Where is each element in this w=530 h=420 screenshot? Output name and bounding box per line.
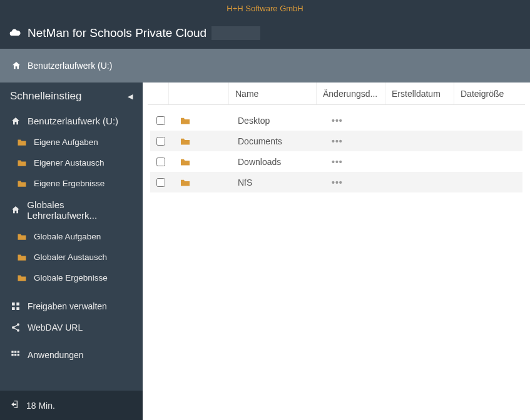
shares-icon xyxy=(10,301,21,311)
row-actions-button[interactable]: ••• xyxy=(332,136,357,146)
company-label: H+H Software GmbH xyxy=(227,4,303,13)
row-name: Documents xyxy=(232,136,332,146)
app-header: NetMan for Schools Private Cloud xyxy=(0,18,530,49)
sidebar-item-label: Freigaben verwalten xyxy=(28,301,107,311)
folder-icon xyxy=(16,274,28,282)
row-checkbox-cell xyxy=(150,116,171,125)
table-body: Desktop•••Documents•••Downloads•••NfS••• xyxy=(148,105,525,198)
svg-rect-2 xyxy=(12,307,15,310)
chevron-left-icon: ◀ xyxy=(128,92,133,101)
folder-icon xyxy=(16,232,28,241)
home-icon xyxy=(10,205,21,215)
row-actions-button[interactable]: ••• xyxy=(332,157,357,167)
sidebar-item-globale-aufgaben[interactable]: Globale Aufgaben xyxy=(0,226,143,247)
folder-icon xyxy=(171,116,199,125)
table-row[interactable]: NfS••• xyxy=(150,172,522,192)
row-checkbox-cell xyxy=(150,178,171,187)
table-row[interactable]: Documents••• xyxy=(150,131,522,151)
col-name[interactable]: Name xyxy=(229,82,317,104)
row-checkbox[interactable] xyxy=(156,178,165,187)
cloud-icon xyxy=(9,26,21,41)
svg-rect-12 xyxy=(18,354,19,356)
row-checkbox[interactable] xyxy=(156,137,165,146)
sidebar-item-label: Eigene Aufgaben xyxy=(34,138,98,147)
sidebar-item-eigene-ergebnisse[interactable]: Eigene Ergebnisse xyxy=(0,173,143,194)
breadcrumb-path: Benutzerlaufwerk (U:) xyxy=(28,61,112,71)
row-name: Desktop xyxy=(232,116,332,126)
sidebar-item-eigener-austausch[interactable]: Eigener Austausch xyxy=(0,152,143,173)
file-list-panel: Name Änderungsd... Erstelldatum Dateigrö… xyxy=(143,82,530,420)
sidebar-item-label: Globales Lehrerlaufwerk... xyxy=(27,199,133,221)
grid-icon xyxy=(10,350,21,360)
sidebar-item-applications[interactable]: Anwendungen xyxy=(0,344,143,366)
row-actions-button[interactable]: ••• xyxy=(332,178,357,188)
row-name: Downloads xyxy=(232,157,332,167)
sidebar-item-label: WebDAV URL xyxy=(28,322,83,332)
row-checkbox-cell xyxy=(150,158,171,166)
sidebar-heading-label: Schnelleinstieg xyxy=(10,90,81,102)
breadcrumb[interactable]: Benutzerlaufwerk (U:) xyxy=(0,49,530,82)
home-icon xyxy=(11,61,21,71)
sidebar-item-eigene-aufgaben[interactable]: Eigene Aufgaben xyxy=(0,132,143,152)
row-checkbox[interactable] xyxy=(156,158,165,166)
svg-rect-7 xyxy=(11,351,13,352)
sidebar-item-label: Anwendungen xyxy=(28,350,84,360)
col-created[interactable]: Erstelldatum xyxy=(385,82,454,104)
folder-icon xyxy=(171,178,199,187)
row-name: NfS xyxy=(232,178,332,188)
folder-icon xyxy=(171,158,199,166)
sidebar-item-label: Benutzerlaufwerk (U:) xyxy=(28,116,118,126)
svg-rect-3 xyxy=(16,307,19,310)
svg-rect-9 xyxy=(18,351,19,352)
app-title: NetMan for Schools Private Cloud xyxy=(28,26,206,40)
col-modified[interactable]: Änderungsd... xyxy=(317,82,385,104)
top-company-bar: H+H Software GmbH xyxy=(0,0,530,18)
svg-rect-8 xyxy=(14,351,16,352)
sidebar-logout[interactable]: 18 Min. xyxy=(0,391,143,420)
table-header: Name Änderungsd... Erstelldatum Dateigrö… xyxy=(148,82,525,105)
col-modified-label: Änderungsd... xyxy=(323,89,377,99)
col-created-label: Erstelldatum xyxy=(392,89,441,99)
row-checkbox-cell xyxy=(150,137,171,146)
folder-icon xyxy=(16,179,28,188)
sidebar-item-shares[interactable]: Freigaben verwalten xyxy=(0,296,143,317)
sidebar-item-user-drive[interactable]: Benutzerlaufwerk (U:) xyxy=(0,110,143,132)
row-checkbox[interactable] xyxy=(156,116,165,125)
svg-rect-0 xyxy=(12,302,15,306)
sidebar-heading[interactable]: Schnelleinstieg ◀ xyxy=(0,82,143,110)
home-icon xyxy=(10,116,21,126)
svg-rect-11 xyxy=(14,354,16,356)
logout-label: 18 Min. xyxy=(26,401,55,411)
svg-rect-10 xyxy=(11,354,13,356)
col-name-label: Name xyxy=(235,89,258,99)
folder-icon xyxy=(16,159,28,167)
svg-rect-1 xyxy=(16,302,19,306)
sidebar-item-label: Globaler Austausch xyxy=(34,252,107,262)
sidebar-item-webdav[interactable]: WebDAV URL xyxy=(0,317,143,338)
folder-icon xyxy=(16,253,28,261)
folder-icon xyxy=(171,137,199,146)
col-icon xyxy=(169,82,229,104)
table-row[interactable]: Downloads••• xyxy=(150,151,522,172)
sidebar-item-label: Eigene Ergebnisse xyxy=(34,179,104,188)
share-nodes-icon xyxy=(10,322,21,332)
sidebar-item-label: Globale Ergebnisse xyxy=(34,273,108,282)
sidebar-item-label: Eigener Austausch xyxy=(34,158,104,168)
header-secondary-box xyxy=(211,26,260,40)
sidebar: Schnelleinstieg ◀ Benutzerlaufwerk (U:) … xyxy=(0,82,143,420)
col-size[interactable]: Dateigröße xyxy=(454,82,525,104)
sidebar-item-globale-ergebnisse[interactable]: Globale Ergebnisse xyxy=(0,268,143,288)
sidebar-item-label: Globale Aufgaben xyxy=(34,232,101,241)
col-checkbox xyxy=(148,82,169,104)
col-size-label: Dateigröße xyxy=(461,89,504,99)
row-actions-button[interactable]: ••• xyxy=(332,116,357,126)
folder-icon xyxy=(16,138,28,146)
logout-icon xyxy=(10,399,20,411)
table-row[interactable]: Desktop••• xyxy=(150,110,522,131)
sidebar-item-global-teacher-drive[interactable]: Globales Lehrerlaufwerk... xyxy=(0,194,143,226)
sidebar-item-globaler-austausch[interactable]: Globaler Austausch xyxy=(0,247,143,268)
